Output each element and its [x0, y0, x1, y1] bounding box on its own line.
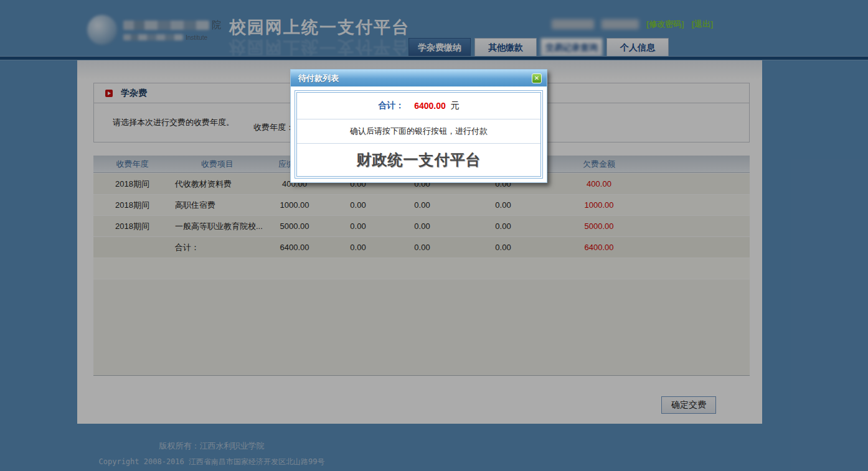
total-value: 6400.00: [414, 101, 446, 111]
bank-button-row: 财政统一支付平台: [297, 144, 540, 176]
modal-inner-frame: 合计： 6400.00 元 确认后请按下面的银行按钮，进行付款 财政统一支付平台: [295, 90, 543, 179]
modal-titlebar: 待付款列表 ✕: [291, 70, 547, 86]
modal-total-row: 合计： 6400.00 元: [297, 93, 540, 119]
payment-instruction: 确认后请按下面的银行按钮，进行付款: [297, 119, 540, 144]
close-icon[interactable]: ✕: [532, 73, 542, 83]
bank-payment-button[interactable]: 财政统一支付平台: [357, 150, 481, 170]
total-label: 合计：: [378, 100, 404, 111]
modal-body: 合计： 6400.00 元 确认后请按下面的银行按钮，进行付款 财政统一支付平台: [291, 86, 547, 182]
pending-payment-modal: 待付款列表 ✕ 合计： 6400.00 元 确认后请按下面的银行按钮，进行付款 …: [290, 69, 547, 183]
modal-title: 待付款列表: [298, 73, 339, 84]
currency-unit: 元: [451, 100, 460, 111]
